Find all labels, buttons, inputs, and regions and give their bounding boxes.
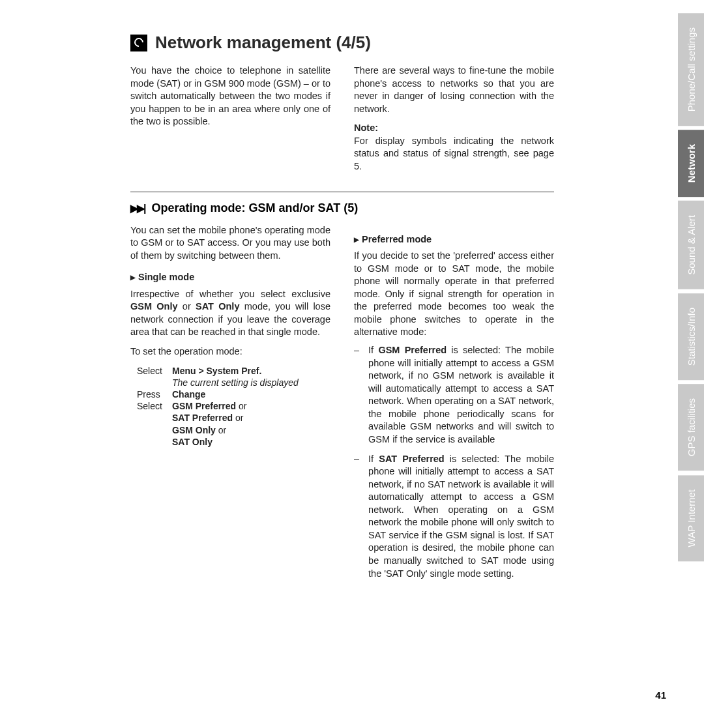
single-mode-label: Single mode [138, 271, 194, 284]
side-tab[interactable]: WAP Internet [678, 475, 704, 561]
section-left: You can set the mobile phone's operating… [130, 224, 330, 587]
divider [130, 192, 554, 192]
side-tab[interactable]: Phone/Call settings [678, 13, 704, 126]
page-number: 41 [655, 690, 666, 701]
step-action: Select [137, 365, 166, 377]
side-tab[interactable]: Sound & Alert [678, 201, 704, 289]
step-target: The current setting is displayed [172, 377, 330, 388]
step-row: SAT Preferred or [137, 412, 330, 424]
step-action [137, 377, 166, 388]
step-target: SAT Preferred or [172, 412, 330, 424]
step-target: GSM Only or [172, 424, 330, 436]
section-intro: You can set the mobile phone's operating… [130, 224, 330, 263]
step-action [137, 412, 166, 424]
side-tab[interactable]: Network [678, 130, 704, 197]
step-row: PressChange [137, 388, 330, 400]
step-action [137, 424, 166, 436]
step-action: Select [137, 400, 166, 412]
section-heading-row: ▶▶| Operating mode: GSM and/or SAT (5) [130, 201, 554, 215]
dash-marker: – [354, 344, 359, 446]
steps-list: SelectMenu > System Pref.The current set… [137, 365, 330, 448]
side-tabs: Phone/Call settingsNetworkSound & AlertS… [678, 0, 704, 728]
step-row: The current setting is displayed [137, 377, 330, 388]
preferred-item: –If GSM Preferred is selected: The mobil… [354, 344, 554, 446]
section-right: Preferred mode If you decide to set the … [354, 224, 554, 587]
preferred-mode-heading: Preferred mode [354, 233, 554, 246]
step-action: Press [137, 388, 166, 400]
step-action [137, 436, 166, 448]
step-row: SelectGSM Preferred or [137, 400, 330, 412]
preferred-item-text: If GSM Preferred is selected: The mobile… [368, 344, 554, 446]
step-row: SAT Only [137, 436, 330, 448]
side-tab[interactable]: Statistics/Info [678, 293, 704, 380]
intro-right: There are several ways to fine-tune the … [354, 65, 554, 173]
intro-columns: You have the choice to telephone in sate… [130, 65, 554, 173]
preferred-list: –If GSM Preferred is selected: The mobil… [354, 344, 554, 580]
page-heading-row: Network management (4/5) [130, 33, 554, 53]
single-mode-p2: To set the operation mode: [130, 345, 330, 358]
intro-left: You have the choice to telephone in sate… [130, 65, 330, 173]
step-target: GSM Preferred or [172, 400, 330, 412]
side-tab[interactable]: GPS facilities [678, 384, 704, 471]
network-icon [130, 35, 147, 51]
intro-right-text: There are several ways to fine-tune the … [354, 65, 554, 115]
section-title: Operating mode: GSM and/or SAT (5) [151, 201, 358, 215]
preferred-item-text: If SAT Preferred is selected: The mobile… [368, 453, 554, 581]
step-row: SelectMenu > System Pref. [137, 365, 330, 377]
preferred-intro: If you decide to set the 'preferred' acc… [354, 250, 554, 339]
single-mode-p1: Irrespective of whether you select exclu… [130, 288, 330, 339]
preferred-item: –If SAT Preferred is selected: The mobil… [354, 453, 554, 581]
single-mode-heading: Single mode [130, 271, 330, 284]
fast-forward-icon: ▶▶| [130, 202, 145, 214]
step-target: SAT Only [172, 436, 330, 448]
page-title: Network management (4/5) [155, 33, 371, 53]
section-columns: You can set the mobile phone's operating… [130, 224, 554, 587]
note-label: Note: [354, 122, 554, 135]
step-target: Change [172, 388, 330, 400]
note-text: For display symbols indicating the netwo… [354, 135, 554, 173]
preferred-mode-label: Preferred mode [362, 233, 432, 246]
dash-marker: – [354, 453, 359, 581]
step-row: GSM Only or [137, 424, 330, 436]
step-target: Menu > System Pref. [172, 365, 330, 377]
